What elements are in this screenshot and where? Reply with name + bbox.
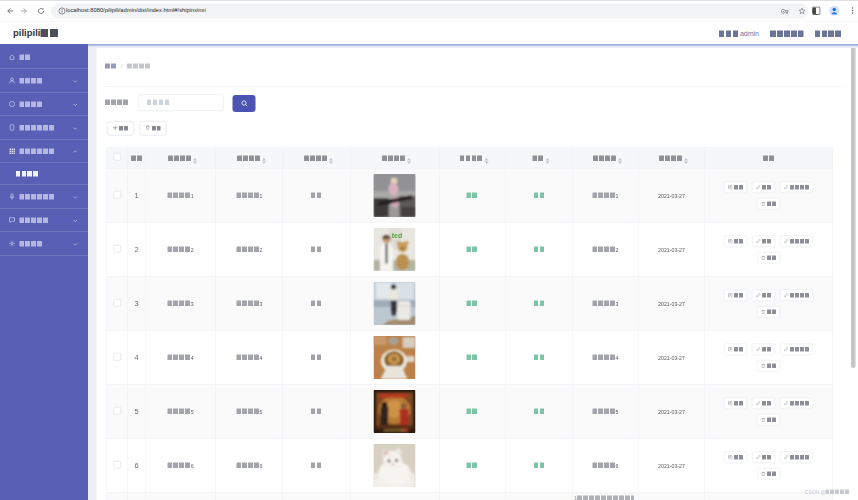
svg-text:ted: ted: [392, 231, 403, 238]
